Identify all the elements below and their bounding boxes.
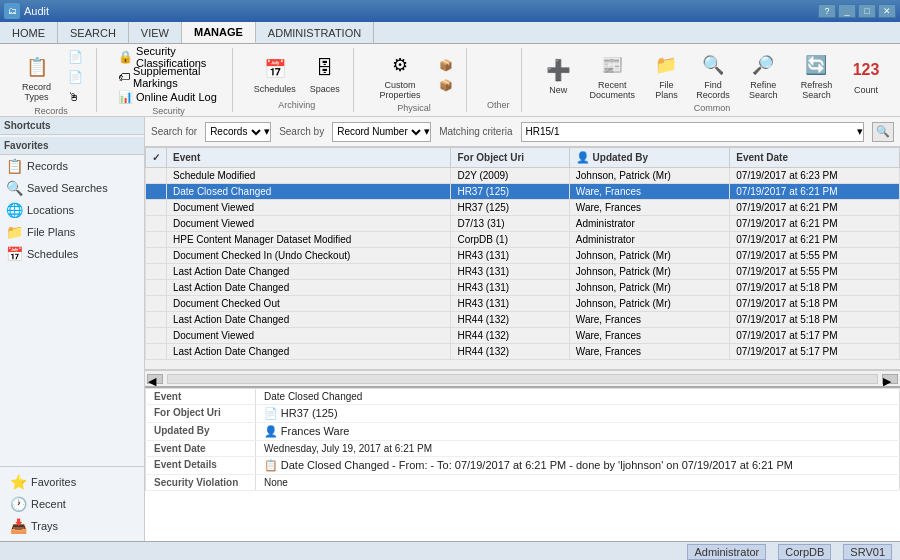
supplemental-markings-button[interactable]: 🏷 Supplemental Markings: [113, 68, 224, 86]
h-scroll-right-btn[interactable]: ▶: [882, 374, 898, 384]
online-audit-log-button[interactable]: 📊 Online Audit Log: [113, 88, 224, 106]
trays-icon: 📥: [10, 518, 27, 534]
for-object-uri-col-header[interactable]: For Object Uri: [451, 148, 569, 168]
main-container: Shortcuts Favorites 📋 Records 🔍 Saved Se…: [0, 117, 900, 541]
help-button[interactable]: ?: [818, 4, 836, 18]
table-row[interactable]: Date Closed Changed HR37 (125) Ware, Fra…: [146, 184, 900, 200]
search-by-input[interactable]: Record Number ▾: [332, 122, 431, 142]
sidebar-item-trays[interactable]: 📥 Trays: [4, 515, 140, 537]
matching-criteria-input-container[interactable]: ▾: [521, 122, 864, 142]
updated-by-icon: 👤: [576, 151, 590, 163]
sidebar-item-recent[interactable]: 🕐 Recent: [4, 493, 140, 515]
row-updated-by-10: Ware, Frances: [569, 328, 730, 344]
row-event-5: Document Checked In (Undo Checkout): [167, 248, 451, 264]
ribbon-group-other-label: Other: [487, 100, 510, 112]
maximize-button[interactable]: □: [858, 4, 876, 18]
row-event-date-7: 07/19/2017 at 5:18 PM: [730, 280, 900, 296]
file-plans-button[interactable]: 📁 File Plans: [646, 48, 686, 103]
refine-search-button[interactable]: 🔎 Refine Search: [740, 48, 787, 103]
matching-criteria-field[interactable]: [522, 123, 857, 141]
record-types-button[interactable]: 📋 Record Types: [14, 50, 59, 105]
custom-properties-button[interactable]: ⚙ Custom Properties: [370, 48, 430, 103]
ribbon-group-records-content: 📋 Record Types 📄 📄 🖱: [14, 48, 88, 106]
search-for-input[interactable]: Records ▾: [205, 122, 271, 142]
schedules-sidebar-icon: 📅: [6, 246, 23, 262]
search-execute-button[interactable]: 🔍: [872, 122, 894, 142]
detail-event-row: Event Date Closed Changed: [146, 389, 900, 405]
ribbon-sm-btn-3[interactable]: 🖱: [63, 88, 88, 106]
schedules-button[interactable]: 📅 Schedules: [249, 52, 301, 97]
close-button[interactable]: ✕: [878, 4, 896, 18]
table-row[interactable]: Schedule Modified D2Y (2009) Johnson, Pa…: [146, 168, 900, 184]
sm-icon-2: 📄: [68, 70, 83, 84]
ribbon-group-common-content: ➕ New 📰 Recent Documents 📁 File Plans 🔍 …: [538, 48, 886, 103]
sidebar-item-locations[interactable]: 🌐 Locations: [0, 199, 144, 221]
record-types-label: Record Types: [19, 82, 54, 102]
tab-search[interactable]: SEARCH: [58, 22, 129, 43]
physical-sm-1[interactable]: 📦: [434, 57, 458, 75]
file-plans-label: File Plans: [651, 80, 681, 100]
row-check-6: [146, 264, 167, 280]
tab-home[interactable]: HOME: [0, 22, 58, 43]
tab-manage[interactable]: MANAGE: [182, 22, 256, 43]
ribbon-sm-btn-1[interactable]: 📄: [63, 48, 88, 66]
row-for-object-uri-0: D2Y (2009): [451, 168, 569, 184]
tab-view[interactable]: VIEW: [129, 22, 182, 43]
row-for-object-uri-5: HR43 (131): [451, 248, 569, 264]
spaces-button[interactable]: 🗄 Spaces: [305, 52, 345, 97]
h-scroll-track[interactable]: [167, 374, 878, 384]
row-event-7: Last Action Date Changed: [167, 280, 451, 296]
count-button[interactable]: 123 Count: [846, 53, 886, 98]
sidebar-item-schedules[interactable]: 📅 Schedules: [0, 243, 144, 265]
table-row[interactable]: Document Viewed HR37 (125) Ware, Frances…: [146, 200, 900, 216]
row-for-object-uri-6: HR43 (131): [451, 264, 569, 280]
ribbon-group-archiving-content: 📅 Schedules 🗄 Spaces: [249, 48, 345, 100]
sidebar-item-file-plans[interactable]: 📁 File Plans: [0, 221, 144, 243]
refresh-search-button[interactable]: 🔄 Refresh Search: [791, 48, 842, 103]
sidebar-item-favorites[interactable]: ⭐ Favorites: [4, 471, 140, 493]
sm-icon-1: 📄: [68, 50, 83, 64]
table-row[interactable]: Last Action Date Changed HR43 (131) John…: [146, 264, 900, 280]
search-by-select[interactable]: Record Number: [333, 123, 424, 141]
detail-security-violation-value: None: [256, 475, 900, 491]
row-check-2: [146, 200, 167, 216]
new-button[interactable]: ➕ New: [538, 53, 578, 98]
table-row[interactable]: Last Action Date Changed HR44 (132) Ware…: [146, 312, 900, 328]
table-header-row: ✓ Event For Object Uri 👤 Updated By Even…: [146, 148, 900, 168]
ribbon-group-physical-content: ⚙ Custom Properties 📦 📦: [370, 48, 458, 103]
row-updated-by-9: Ware, Frances: [569, 312, 730, 328]
file-plans-sidebar-icon: 📁: [6, 224, 23, 240]
search-for-label: Search for: [151, 126, 197, 137]
event-date-col-header[interactable]: Event Date: [730, 148, 900, 168]
table-row[interactable]: Document Checked Out HR43 (131) Johnson,…: [146, 296, 900, 312]
row-check-9: [146, 312, 167, 328]
physical-sm-2[interactable]: 📦: [434, 77, 458, 95]
security-classifications-button[interactable]: 🔒 Security Classifications: [113, 48, 224, 66]
sidebar-item-records[interactable]: 📋 Records: [0, 155, 144, 177]
row-event-date-6: 07/19/2017 at 5:55 PM: [730, 264, 900, 280]
recent-documents-button[interactable]: 📰 Recent Documents: [582, 48, 642, 103]
table-row[interactable]: Last Action Date Changed HR43 (131) John…: [146, 280, 900, 296]
find-records-label: Find Records: [695, 80, 730, 100]
row-updated-by-4: Administrator: [569, 232, 730, 248]
find-records-button[interactable]: 🔍 Find Records: [690, 48, 735, 103]
ribbon-sm-btn-2[interactable]: 📄: [63, 68, 88, 86]
sidebar-item-saved-searches[interactable]: 🔍 Saved Searches: [0, 177, 144, 199]
detail-for-object-uri-icon: 📄: [264, 407, 278, 419]
tab-administration[interactable]: ADMINISTRATION: [256, 22, 374, 43]
search-for-select[interactable]: Records: [206, 123, 264, 141]
table-row[interactable]: Document Viewed D7/13 (31) Administrator…: [146, 216, 900, 232]
table-row[interactable]: Document Viewed HR44 (132) Ware, Frances…: [146, 328, 900, 344]
detail-for-object-uri-value: 📄 HR37 (125): [256, 405, 900, 423]
ribbon-group-common-label: Common: [694, 103, 731, 115]
detail-event-value: Date Closed Changed: [256, 389, 900, 405]
h-scroll-left-btn[interactable]: ◀: [147, 374, 163, 384]
table-row[interactable]: Document Checked In (Undo Checkout) HR43…: [146, 248, 900, 264]
updated-by-col-header[interactable]: 👤 Updated By: [569, 148, 730, 168]
h-scroll-bar[interactable]: ◀ ▶: [145, 370, 900, 386]
table-row[interactable]: HPE Content Manager Dataset Modified Cor…: [146, 232, 900, 248]
table-row[interactable]: Last Action Date Changed HR44 (132) Ware…: [146, 344, 900, 360]
event-col-header[interactable]: Event: [167, 148, 451, 168]
shield-icon: 🔒: [118, 50, 133, 64]
minimize-button[interactable]: _: [838, 4, 856, 18]
